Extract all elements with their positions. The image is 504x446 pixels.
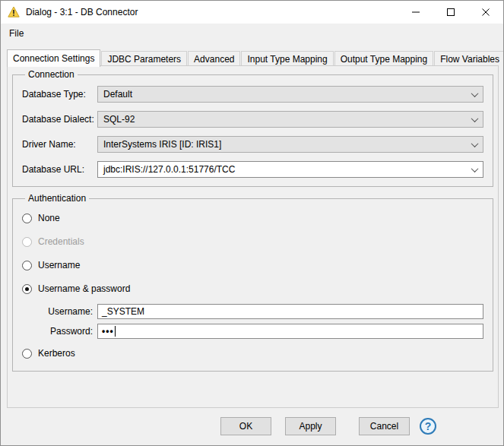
password-masked-value: •••	[102, 326, 114, 337]
tab-output-type-mapping[interactable]: Output Type Mapping	[334, 51, 434, 66]
maximize-button[interactable]	[433, 1, 468, 24]
connection-settings-panel: Connection Database Type: Default Databa…	[7, 65, 499, 408]
username-value: _SYSTEM	[102, 306, 144, 317]
authentication-group-label: Authentication	[25, 193, 89, 204]
database-type-dropdown[interactable]: Default	[97, 86, 483, 103]
username-label: Username:	[22, 306, 97, 317]
auth-option-username-password[interactable]: Username & password	[22, 283, 483, 294]
database-url-value: jdbc:IRIS://127.0.0.1:51776/TCC	[103, 164, 235, 175]
help-question-icon: ?	[425, 420, 432, 432]
database-url-label: Database URL:	[22, 164, 97, 175]
database-type-label: Database Type:	[22, 89, 97, 100]
password-input[interactable]: •••	[97, 324, 483, 339]
cancel-button[interactable]: Cancel	[359, 417, 410, 435]
database-type-row: Database Type: Default	[22, 86, 483, 103]
driver-name-row: Driver Name: InterSystems IRIS [ID: IRIS…	[22, 136, 483, 153]
help-button[interactable]: ?	[420, 418, 436, 435]
authentication-group: Authentication None Credentials Username…	[12, 193, 493, 372]
minimize-button[interactable]	[398, 1, 433, 24]
radio-icon[interactable]	[22, 261, 32, 270]
tab-advanced[interactable]: Advanced	[188, 51, 240, 66]
chevron-down-icon[interactable]	[467, 87, 483, 102]
database-type-value: Default	[103, 89, 132, 100]
database-dialect-label: Database Dialect:	[22, 114, 97, 125]
auth-option-username[interactable]: Username	[22, 260, 483, 270]
text-caret	[115, 326, 116, 337]
radio-icon	[22, 237, 32, 247]
auth-option-credentials: Credentials	[22, 236, 483, 247]
chevron-down-icon[interactable]	[467, 112, 483, 127]
close-button[interactable]	[468, 1, 503, 24]
database-url-row: Database URL: jdbc:IRIS://127.0.0.1:5177…	[22, 161, 483, 178]
ok-button[interactable]: OK	[220, 417, 271, 435]
titlebar: Dialog - 3:1 - DB Connector	[1, 1, 503, 24]
connection-group: Connection Database Type: Default Databa…	[12, 69, 493, 187]
chevron-down-icon[interactable]	[467, 137, 483, 152]
radio-icon[interactable]	[22, 214, 32, 223]
username-row: Username: _SYSTEM	[22, 304, 483, 319]
auth-option-none[interactable]: None	[22, 213, 483, 223]
radio-icon-selected[interactable]	[22, 284, 32, 294]
tab-flow-variables[interactable]: Flow Variables	[434, 51, 504, 66]
tab-strip: Connection Settings JDBC Parameters Adva…	[7, 49, 497, 66]
password-label: Password:	[22, 326, 97, 337]
password-row: Password: •••	[22, 324, 483, 339]
window-title: Dialog - 3:1 - DB Connector	[26, 7, 138, 17]
tab-input-type-mapping[interactable]: Input Type Mapping	[241, 51, 333, 66]
radio-icon[interactable]	[22, 349, 32, 359]
driver-name-value: InterSystems IRIS [ID: IRIS1]	[103, 139, 221, 150]
database-url-input[interactable]: jdbc:IRIS://127.0.0.1:51776/TCC	[97, 161, 483, 178]
warning-triangle-icon	[8, 6, 20, 18]
database-dialect-value: SQL-92	[103, 114, 135, 125]
database-dialect-dropdown[interactable]: SQL-92	[97, 111, 483, 128]
menubar: File	[1, 24, 503, 43]
username-input[interactable]: _SYSTEM	[97, 304, 483, 319]
auth-option-kerberos[interactable]: Kerberos	[22, 348, 483, 359]
database-dialect-row: Database Dialect: SQL-92	[22, 111, 483, 128]
tab-connection-settings[interactable]: Connection Settings	[7, 49, 100, 67]
driver-name-label: Driver Name:	[22, 139, 97, 150]
connection-group-label: Connection	[25, 69, 78, 80]
window-controls	[398, 1, 503, 24]
driver-name-dropdown[interactable]: InterSystems IRIS [ID: IRIS1]	[97, 136, 483, 153]
chevron-down-icon[interactable]	[467, 162, 483, 177]
db-connector-dialog: Dialog - 3:1 - DB Connector File Connect…	[0, 0, 504, 446]
apply-button[interactable]: Apply	[285, 417, 336, 435]
tab-jdbc-parameters[interactable]: JDBC Parameters	[101, 51, 187, 66]
menu-file[interactable]: File	[4, 26, 29, 41]
